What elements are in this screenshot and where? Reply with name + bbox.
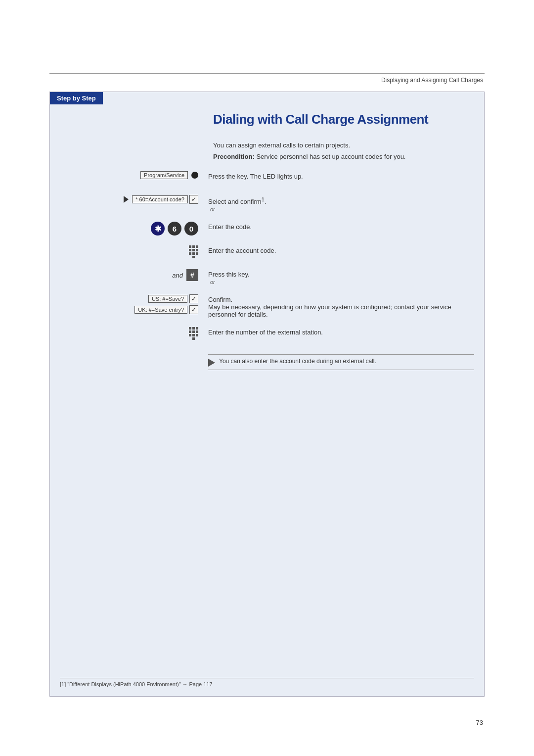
step-left-4 <box>60 245 203 258</box>
page-number: 73 <box>476 719 483 726</box>
step-right-4: Enter the account code. <box>203 245 474 254</box>
page-title: Dialing with Call Charge Assignment <box>213 112 474 127</box>
instructions: You can assign external calls to certain… <box>213 142 474 160</box>
uk-save-key: UK: #=Save entry? <box>134 306 187 314</box>
six-key: 6 <box>168 222 181 236</box>
note-right: You can also enter the account code duri… <box>203 351 474 370</box>
page-container: Displaying and Assigning Call Charges St… <box>0 0 534 756</box>
step-row-4: Enter the account code. <box>60 245 474 260</box>
note-row: You can also enter the account code duri… <box>60 351 474 370</box>
step-right-3: Enter the code. <box>203 222 474 231</box>
or-label-2: or <box>210 279 215 285</box>
step-left-6: US: #=Save? ✓ UK: #=Save entry? ✓ <box>60 294 203 314</box>
zero-key: 0 <box>184 222 198 236</box>
step-row-2: * 60=Account code? ✓ Select and confirm1… <box>60 195 474 213</box>
content-box: Step by Step Dialing with Call Charge As… <box>49 92 485 697</box>
star-key: ✱ <box>151 222 165 236</box>
precondition-text: Precondition: Service personnel has set … <box>213 153 474 160</box>
step-row-3: ✱ 6 0 Enter the code. <box>60 222 474 236</box>
footnote-text: “Different Displays (HiPath 4000 Environ… <box>67 681 212 687</box>
step-row-1: Program/Service Press the key. The LED l… <box>60 171 474 186</box>
confirm-detail: May be necessary, depending on how your … <box>208 303 451 318</box>
hash-key: # <box>186 269 198 281</box>
keypad-icon-1 <box>189 245 198 258</box>
note-arrow-icon <box>208 359 215 367</box>
step-left-5: and # <box>60 269 203 281</box>
step-right-7: Enter the number of the external station… <box>203 327 474 336</box>
step-right-2: Select and confirm1. or <box>203 195 474 213</box>
precondition-label: Precondition: <box>213 153 255 160</box>
multi-key-group: US: #=Save? ✓ UK: #=Save entry? ✓ <box>134 294 198 314</box>
account-code-key: * 60=Account code? <box>132 195 188 203</box>
arrow-icon <box>124 196 129 203</box>
and-label: and <box>172 272 183 279</box>
check-icon-3: ✓ <box>189 305 198 314</box>
program-service-key: Program/Service <box>140 171 188 179</box>
steps-area: Program/Service Press the key. The LED l… <box>60 171 474 379</box>
step-row-5: and # Press this key. or <box>60 269 474 285</box>
or-label-1: or <box>210 206 215 212</box>
step-row-6: US: #=Save? ✓ UK: #=Save entry? ✓ Confir… <box>60 294 474 318</box>
keypad-icon-2 <box>189 327 198 340</box>
step-left-3: ✱ 6 0 <box>60 222 203 236</box>
step-right-5: Press this key. or <box>203 269 474 285</box>
header-text: Displaying and Assigning Call Charges <box>381 77 483 84</box>
check-icon: ✓ <box>189 195 198 204</box>
header-rule <box>49 73 485 74</box>
us-save-key: US: #=Save? <box>148 295 187 303</box>
step-banner: Step by Step <box>50 92 103 104</box>
precondition-body: Service personnel has set up account cod… <box>256 153 405 160</box>
led-indicator <box>191 172 198 179</box>
step-right-1: Press the key. The LED lights up. <box>203 171 474 180</box>
footnote-number: [1] <box>60 681 66 687</box>
step-right-6: Confirm. May be necessary, depending on … <box>203 294 474 318</box>
step-left-7 <box>60 327 203 340</box>
footnote: [1] “Different Displays (HiPath 4000 Env… <box>60 678 474 687</box>
step-left-1: Program/Service <box>60 171 203 179</box>
check-icon-2: ✓ <box>189 294 198 303</box>
note-text: You can also enter the account code duri… <box>219 358 376 365</box>
intro-text: You can assign external calls to certain… <box>213 142 474 149</box>
step-left-2: * 60=Account code? ✓ <box>60 195 203 204</box>
step-row-7: Enter the number of the external station… <box>60 327 474 342</box>
note-box: You can also enter the account code duri… <box>208 354 474 370</box>
